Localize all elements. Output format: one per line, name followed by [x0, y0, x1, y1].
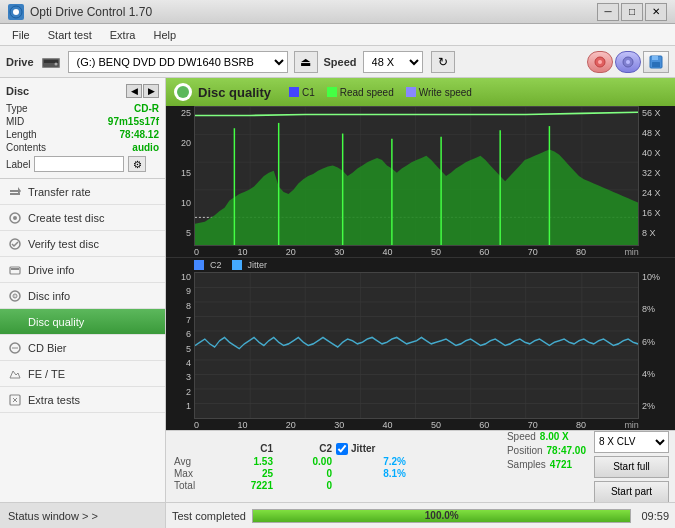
stats-avg-jitter: 7.2% — [336, 456, 406, 467]
disc-next-button[interactable]: ▶ — [143, 84, 159, 98]
sidebar-item-fe-te-label: FE / TE — [28, 368, 65, 380]
svg-text:i: i — [14, 293, 15, 299]
fe-te-icon — [8, 367, 22, 381]
cd-bier-icon — [8, 341, 22, 355]
status-window-label: Status window > > — [8, 510, 98, 522]
stats-avg-c1: 1.53 — [218, 456, 273, 467]
start-full-button[interactable]: Start full — [594, 456, 669, 478]
disc-quality-title: Disc quality — [198, 85, 271, 100]
bottom-chart-section: C2 Jitter 10987654321 — [166, 258, 675, 430]
save-button[interactable] — [643, 51, 669, 73]
disc-section-title: Disc — [6, 85, 29, 97]
stats-max-c1: 25 — [218, 468, 273, 479]
top-chart-x-axis: 01020304050607080min — [166, 246, 675, 257]
stats-max-jitter: 8.1% — [336, 468, 406, 479]
bottom-chart-c2-label: C2 — [210, 260, 222, 270]
start-part-button[interactable]: Start part — [594, 481, 669, 503]
drive-select[interactable]: (G:) BENQ DVD DD DW1640 BSRB — [68, 51, 288, 73]
sidebar-item-create-test-disc-label: Create test disc — [28, 212, 104, 224]
sidebar-item-fe-te[interactable]: FE / TE — [0, 361, 165, 387]
stats-total-label: Total — [174, 480, 214, 491]
sidebar-item-transfer-rate[interactable]: Transfer rate — [0, 179, 165, 205]
close-button[interactable]: ✕ — [645, 3, 667, 21]
legend-write-speed-label: Write speed — [419, 87, 472, 98]
drive-icon — [40, 51, 62, 73]
sidebar-item-extra-tests-label: Extra tests — [28, 394, 80, 406]
menu-file[interactable]: File — [4, 27, 38, 43]
stats-avg-c2: 0.00 — [277, 456, 332, 467]
jitter-checkbox[interactable] — [336, 443, 348, 455]
disc-mid-value: 97m15s17f — [108, 116, 159, 127]
sidebar-item-transfer-rate-label: Transfer rate — [28, 186, 91, 198]
disc-length-value: 78:48.12 — [120, 129, 159, 140]
stats-col-c1: C1 — [218, 443, 273, 455]
top-chart-canvas — [194, 106, 639, 246]
sidebar-nav: Transfer rate Create test disc Verify te… — [0, 179, 165, 502]
minimize-button[interactable]: ─ — [597, 3, 619, 21]
right-panel: Disc quality C1 Read speed Write speed — [166, 78, 675, 528]
sidebar-item-drive-info-label: Drive info — [28, 264, 74, 276]
samples-value: 4721 — [550, 459, 572, 470]
position-label: Position — [507, 445, 543, 456]
sidebar-item-disc-info[interactable]: i Disc info — [0, 283, 165, 309]
sidebar-item-cd-bier[interactable]: CD Bier — [0, 335, 165, 361]
maximize-button[interactable]: □ — [621, 3, 643, 21]
verify-test-disc-icon — [8, 237, 22, 251]
main-content: Disc ◀ ▶ Type CD-R MID 97m15s17f Length … — [0, 78, 675, 528]
sidebar-item-drive-info[interactable]: Drive info — [0, 257, 165, 283]
disc-prev-button[interactable]: ◀ — [126, 84, 142, 98]
speed-refresh-button[interactable]: ↻ — [431, 51, 455, 73]
stats-col-blank — [174, 443, 214, 455]
progress-percentage: 100.0% — [425, 510, 459, 521]
sidebar-item-disc-info-label: Disc info — [28, 290, 70, 302]
sidebar-item-extra-tests[interactable]: Extra tests — [0, 387, 165, 413]
menu-extra[interactable]: Extra — [102, 27, 144, 43]
svg-point-7 — [598, 60, 602, 64]
speed-select[interactable]: 48 X — [363, 51, 423, 73]
stats-max-c2: 0 — [277, 468, 332, 479]
stats-total-c1: 7221 — [218, 480, 273, 491]
samples-label: Samples — [507, 459, 546, 470]
menu-help[interactable]: Help — [145, 27, 184, 43]
sidebar-item-disc-quality[interactable]: Disc quality — [0, 309, 165, 335]
stats-avg-label: Avg — [174, 456, 214, 467]
svg-rect-12 — [652, 62, 660, 67]
charts-area: 252015105 — [166, 106, 675, 430]
drive-label: Drive — [6, 56, 34, 68]
disc-info-icon: i — [8, 289, 22, 303]
disc-label-input[interactable] — [34, 156, 124, 172]
clv-select[interactable]: 8 X CLV — [594, 431, 669, 453]
filter2-button[interactable] — [615, 51, 641, 73]
sidebar-item-verify-test-disc[interactable]: Verify test disc — [0, 231, 165, 257]
title-bar: Opti Drive Control 1.70 ─ □ ✕ — [0, 0, 675, 24]
extra-tests-icon — [8, 393, 22, 407]
status-text: Test completed — [172, 510, 246, 522]
sidebar-item-cd-bier-label: CD Bier — [28, 342, 67, 354]
drive-bar: Drive (G:) BENQ DVD DD DW1640 BSRB ⏏ Spe… — [0, 46, 675, 78]
sidebar-item-disc-quality-label: Disc quality — [28, 316, 84, 328]
legend-read-speed-label: Read speed — [340, 87, 394, 98]
bottom-chart-y-axis-right: 10%8%6%4%2% — [639, 272, 675, 419]
disc-quality-icon — [8, 315, 22, 329]
stats-max-label: Max — [174, 468, 214, 479]
svg-rect-15 — [10, 193, 20, 195]
disc-type-label: Type — [6, 103, 28, 114]
disc-section: Disc ◀ ▶ Type CD-R MID 97m15s17f Length … — [0, 78, 165, 179]
drive-eject-button[interactable]: ⏏ — [294, 51, 318, 73]
svg-marker-41 — [195, 149, 638, 245]
app-icon — [8, 4, 24, 20]
top-chart-y-axis-left: 252015105 — [166, 106, 194, 246]
status-window-button[interactable]: Status window > > — [0, 502, 165, 528]
create-test-disc-icon — [8, 211, 22, 225]
disc-quality-header: Disc quality C1 Read speed Write speed — [166, 78, 675, 106]
bottom-chart-x-axis: 01020304050607080min — [166, 419, 675, 430]
stats-bar: C1 C2 Jitter Avg 1.53 0.00 7.2% Max — [166, 430, 675, 502]
legend-c1-label: C1 — [302, 87, 315, 98]
filter-button[interactable] — [587, 51, 613, 73]
sidebar-item-create-test-disc[interactable]: Create test disc — [0, 205, 165, 231]
disc-label-icon-button[interactable]: ⚙ — [128, 156, 146, 172]
progress-bar: 100.0% — [252, 509, 631, 523]
menu-start-test[interactable]: Start test — [40, 27, 100, 43]
top-chart-y-axis-right: 56 X48 X40 X32 X24 X16 X8 X — [639, 106, 675, 246]
svg-point-17 — [13, 216, 17, 220]
